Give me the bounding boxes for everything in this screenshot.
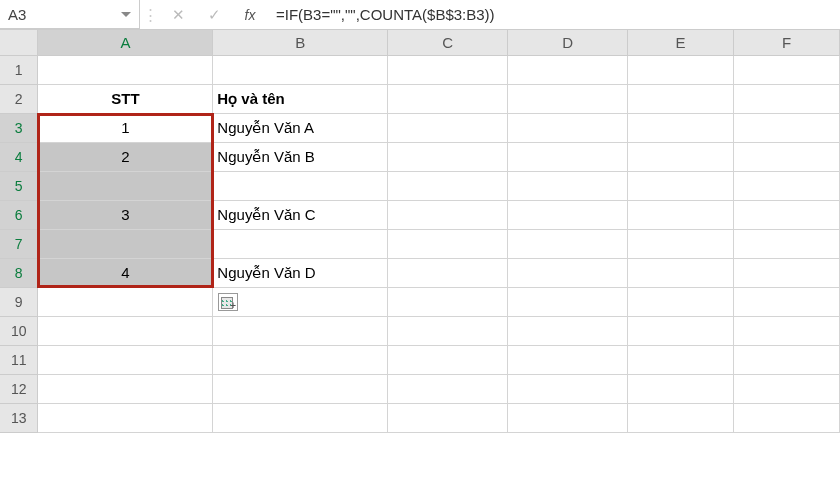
col-head-F[interactable]: F <box>734 30 840 55</box>
cell-C12[interactable] <box>388 374 508 403</box>
enter-button[interactable]: ✓ <box>196 0 232 29</box>
col-head-D[interactable]: D <box>508 30 628 55</box>
insert-function-button[interactable]: fx <box>232 0 268 29</box>
cell-C1[interactable] <box>388 55 508 84</box>
cell-F9[interactable] <box>734 287 840 316</box>
cell-D11[interactable] <box>508 345 628 374</box>
cell-A10[interactable] <box>38 316 213 345</box>
cell-F7[interactable] <box>734 229 840 258</box>
cell-A9[interactable] <box>38 287 213 316</box>
cell-B2[interactable]: Họ và tên <box>213 84 388 113</box>
cell-E6[interactable] <box>628 200 734 229</box>
select-all-corner[interactable] <box>0 30 38 55</box>
autofill-options-button[interactable] <box>218 293 238 311</box>
row-head-7[interactable]: 7 <box>0 229 38 258</box>
cell-B6[interactable]: Nguyễn Văn C <box>213 200 388 229</box>
col-head-B[interactable]: B <box>213 30 388 55</box>
col-head-E[interactable]: E <box>628 30 734 55</box>
cell-E12[interactable] <box>628 374 734 403</box>
cell-F12[interactable] <box>734 374 840 403</box>
cell-B10[interactable] <box>213 316 388 345</box>
cell-A13[interactable] <box>38 403 213 432</box>
cell-F5[interactable] <box>734 171 840 200</box>
formula-input[interactable]: =IF(B3="","",COUNTA($B$3:B3)) <box>268 0 840 29</box>
row-head-9[interactable]: 9 <box>0 287 38 316</box>
cell-E5[interactable] <box>628 171 734 200</box>
cell-C4[interactable] <box>388 142 508 171</box>
cell-D8[interactable] <box>508 258 628 287</box>
cell-D7[interactable] <box>508 229 628 258</box>
row-head-12[interactable]: 12 <box>0 374 38 403</box>
cell-A5[interactable] <box>38 171 213 200</box>
cell-D1[interactable] <box>508 55 628 84</box>
cell-A1[interactable] <box>38 55 213 84</box>
cell-E9[interactable] <box>628 287 734 316</box>
name-box[interactable]: A3 <box>0 0 140 29</box>
cancel-button[interactable]: ✕ <box>160 0 196 29</box>
row-head-5[interactable]: 5 <box>0 171 38 200</box>
cell-D2[interactable] <box>508 84 628 113</box>
row-head-4[interactable]: 4 <box>0 142 38 171</box>
cell-E8[interactable] <box>628 258 734 287</box>
cell-A11[interactable] <box>38 345 213 374</box>
cell-C5[interactable] <box>388 171 508 200</box>
cell-D3[interactable] <box>508 113 628 142</box>
cell-D5[interactable] <box>508 171 628 200</box>
cell-F11[interactable] <box>734 345 840 374</box>
cell-F8[interactable] <box>734 258 840 287</box>
cell-B1[interactable] <box>213 55 388 84</box>
cell-F10[interactable] <box>734 316 840 345</box>
cell-B8[interactable]: Nguyễn Văn D <box>213 258 388 287</box>
cell-C2[interactable] <box>388 84 508 113</box>
col-head-A[interactable]: A <box>38 30 213 55</box>
cell-A2[interactable]: STT <box>38 84 213 113</box>
cell-C3[interactable] <box>388 113 508 142</box>
row-head-2[interactable]: 2 <box>0 84 38 113</box>
cell-A6[interactable]: 3 <box>38 200 213 229</box>
cell-A3[interactable]: 1 <box>38 113 213 142</box>
cell-C13[interactable] <box>388 403 508 432</box>
cell-B3[interactable]: Nguyễn Văn A <box>213 113 388 142</box>
cell-E10[interactable] <box>628 316 734 345</box>
cell-F3[interactable] <box>734 113 840 142</box>
cell-D9[interactable] <box>508 287 628 316</box>
row-head-1[interactable]: 1 <box>0 55 38 84</box>
cell-B9[interactable] <box>213 287 388 316</box>
cell-C10[interactable] <box>388 316 508 345</box>
cell-C8[interactable] <box>388 258 508 287</box>
cell-D10[interactable] <box>508 316 628 345</box>
cell-E1[interactable] <box>628 55 734 84</box>
row-head-11[interactable]: 11 <box>0 345 38 374</box>
cell-E11[interactable] <box>628 345 734 374</box>
chevron-down-icon[interactable] <box>121 12 131 17</box>
cell-F2[interactable] <box>734 84 840 113</box>
cell-F6[interactable] <box>734 200 840 229</box>
cell-B12[interactable] <box>213 374 388 403</box>
cell-E2[interactable] <box>628 84 734 113</box>
cell-C7[interactable] <box>388 229 508 258</box>
cell-C6[interactable] <box>388 200 508 229</box>
cell-C9[interactable] <box>388 287 508 316</box>
cell-E7[interactable] <box>628 229 734 258</box>
row-head-3[interactable]: 3 <box>0 113 38 142</box>
cell-A12[interactable] <box>38 374 213 403</box>
cell-D13[interactable] <box>508 403 628 432</box>
cell-B5[interactable] <box>213 171 388 200</box>
row-head-13[interactable]: 13 <box>0 403 38 432</box>
cell-D4[interactable] <box>508 142 628 171</box>
cell-B4[interactable]: Nguyễn Văn B <box>213 142 388 171</box>
cell-C11[interactable] <box>388 345 508 374</box>
cell-E4[interactable] <box>628 142 734 171</box>
cell-B11[interactable] <box>213 345 388 374</box>
row-head-6[interactable]: 6 <box>0 200 38 229</box>
cell-F13[interactable] <box>734 403 840 432</box>
row-head-8[interactable]: 8 <box>0 258 38 287</box>
cell-A7[interactable] <box>38 229 213 258</box>
cell-D6[interactable] <box>508 200 628 229</box>
cell-A8[interactable]: 4 <box>38 258 213 287</box>
row-head-10[interactable]: 10 <box>0 316 38 345</box>
cell-F1[interactable] <box>734 55 840 84</box>
col-head-C[interactable]: C <box>388 30 508 55</box>
cell-B7[interactable] <box>213 229 388 258</box>
cell-E3[interactable] <box>628 113 734 142</box>
